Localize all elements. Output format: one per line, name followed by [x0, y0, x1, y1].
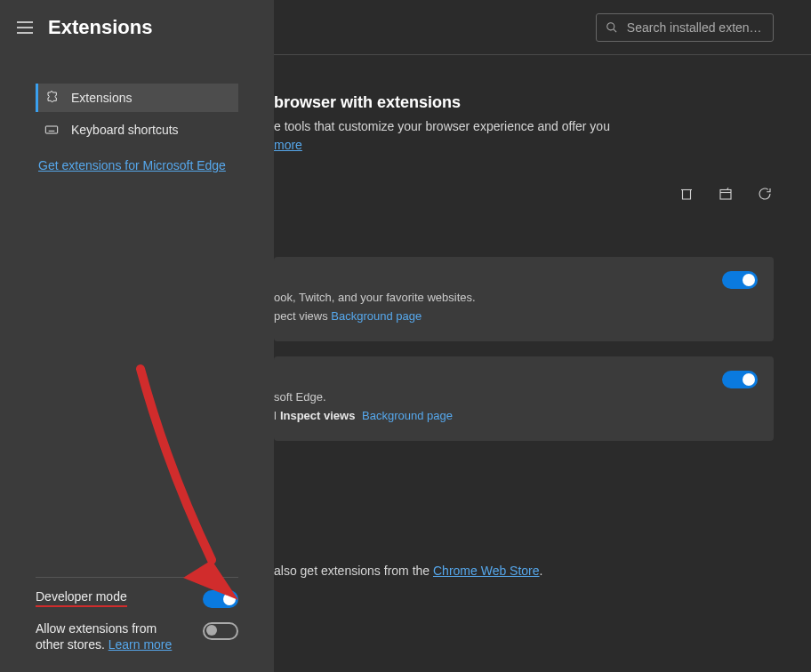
menu-button[interactable]: [11, 13, 39, 42]
extension-details: ook, Twitch, and your favorite websites.…: [274, 289, 476, 326]
sidebar-header: Extensions: [0, 0, 274, 55]
sidebar-bottom: Developer mode Allow extensions from oth…: [36, 577, 238, 665]
developer-mode-label: Developer mode: [36, 588, 127, 605]
svg-line-10: [614, 28, 616, 31]
developer-mode-row: Developer mode: [36, 588, 238, 608]
search-box[interactable]: [596, 13, 774, 42]
chrome-web-store-link[interactable]: Chrome Web Store: [433, 564, 540, 578]
extension-details: soft Edge. lInspect views Background pag…: [274, 388, 453, 426]
sidebar-item-keyboard-shortcuts[interactable]: Keyboard shortcuts: [36, 116, 238, 144]
reload-icon: [757, 186, 773, 202]
svg-rect-3: [45, 126, 57, 133]
keyboard-icon: [44, 123, 59, 137]
hero-title-fragment: browser with extensions: [274, 93, 461, 112]
sidebar-item-extensions[interactable]: Extensions: [36, 84, 238, 112]
package-icon: [718, 186, 734, 202]
top-bar: [274, 0, 811, 55]
learn-more-link[interactable]: more: [274, 138, 302, 152]
extension-toggle[interactable]: [722, 271, 758, 289]
svg-point-9: [607, 22, 614, 29]
puzzle-icon: [44, 91, 59, 105]
remove-button[interactable]: [678, 185, 695, 203]
dev-actions: [678, 185, 774, 203]
extension-card: ook, Twitch, and your favorite websites.…: [274, 257, 774, 341]
get-extensions-link[interactable]: Get extensions for Microsoft Edge: [36, 158, 226, 172]
chrome-store-note: also get extensions from the Chrome Web …: [274, 564, 542, 578]
inspect-background-link[interactable]: Background page: [331, 309, 422, 323]
sidebar-item-label: Extensions: [71, 91, 132, 105]
search-input[interactable]: [627, 20, 764, 35]
extension-card: soft Edge. lInspect views Background pag…: [274, 356, 774, 441]
developer-mode-toggle[interactable]: [203, 590, 238, 608]
learn-more-link[interactable]: Learn more: [108, 637, 173, 652]
reload-button[interactable]: [756, 185, 774, 203]
inspect-background-link[interactable]: Background page: [362, 409, 453, 422]
hamburger-icon: [17, 21, 33, 34]
other-stores-label: Allow extensions from other stores. Lear…: [36, 620, 178, 652]
page-title: Extensions: [48, 16, 152, 39]
hero-subtitle: e tools that customize your browser expe…: [274, 117, 610, 155]
other-stores-toggle[interactable]: [203, 622, 238, 640]
divider: [36, 577, 238, 578]
trash-icon: [679, 186, 695, 202]
search-icon: [606, 20, 618, 35]
extension-toggle[interactable]: [722, 371, 758, 388]
svg-rect-11: [720, 190, 731, 200]
pack-button[interactable]: [717, 185, 735, 203]
sidebar: Extensions Extensions Keyboard shortcuts…: [0, 0, 274, 672]
sidebar-nav: Extensions Keyboard shortcuts Get extens…: [0, 55, 274, 172]
other-stores-row: Allow extensions from other stores. Lear…: [36, 620, 238, 652]
sidebar-item-label: Keyboard shortcuts: [71, 123, 179, 137]
